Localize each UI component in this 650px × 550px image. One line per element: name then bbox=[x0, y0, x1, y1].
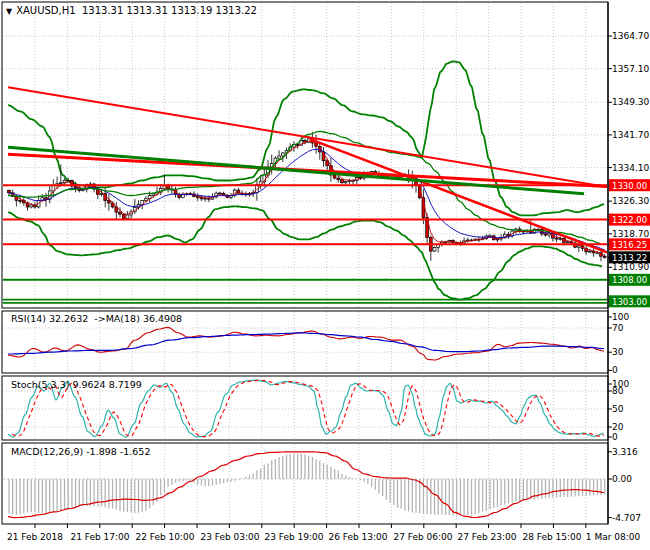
price-tick-label: 1357.10 bbox=[612, 64, 649, 74]
time-tick-label: 27 Feb 23:00 bbox=[457, 532, 516, 542]
rsi-tick-label: 30 bbox=[612, 347, 624, 357]
chart-window: 1364.701357.101349.301341.701334.101326.… bbox=[0, 0, 650, 550]
level-price-label: 1316.25 bbox=[612, 240, 647, 250]
time-axis[interactable]: 21 Feb 201821 Feb 17:0022 Feb 10:0023 Fe… bbox=[7, 524, 640, 542]
price-tick-label: 1349.30 bbox=[612, 97, 649, 107]
price-tick-label: 1334.10 bbox=[612, 163, 649, 173]
time-tick-label: 21 Feb 17:00 bbox=[70, 532, 129, 542]
price-tick-label: 1326.30 bbox=[612, 196, 649, 206]
level-price-label: 1322.00 bbox=[612, 215, 647, 225]
rsi-tick-label: 70 bbox=[612, 323, 624, 333]
time-tick-label: 23 Feb 03:00 bbox=[200, 532, 259, 542]
stoch-tick-label: 80 bbox=[612, 386, 624, 396]
price-axis[interactable]: 1364.701357.101349.301341.701334.101326.… bbox=[608, 2, 650, 524]
level-price-label: 1308.00 bbox=[612, 275, 647, 285]
price-tick-label: 1310.90 bbox=[612, 262, 649, 272]
grid-lines bbox=[2, 2, 608, 524]
time-tick-label: 27 Feb 06:00 bbox=[393, 532, 452, 542]
level-price-label: 1303.00 bbox=[612, 297, 647, 307]
price-tick-label: 1364.70 bbox=[612, 31, 649, 41]
time-tick-label: 21 Feb 2018 bbox=[7, 532, 63, 542]
price-tick-label: 1341.70 bbox=[612, 130, 649, 140]
time-tick-label: 23 Feb 19:00 bbox=[264, 532, 323, 542]
macd-tick-label: 3.316 bbox=[612, 447, 638, 457]
rsi-tick-label: 0 bbox=[612, 365, 618, 375]
macd-tick-label: 0.00 bbox=[612, 474, 632, 484]
time-tick-label: 26 Feb 13:00 bbox=[328, 532, 387, 542]
stoch-tick-label: 50 bbox=[612, 404, 624, 414]
time-tick-label: 1 Mar 08:00 bbox=[586, 532, 641, 542]
price-tick-label: 1318.70 bbox=[612, 229, 649, 239]
macd-tick-label: -4.707 bbox=[612, 513, 641, 523]
time-tick-label: 28 Feb 15:00 bbox=[522, 532, 581, 542]
time-tick-label: 22 Feb 10:00 bbox=[135, 532, 194, 542]
stoch-tick-label: 20 bbox=[612, 422, 624, 432]
level-price-label: 1330.00 bbox=[612, 181, 647, 191]
chart-canvas[interactable]: 1364.701357.101349.301341.701334.101326.… bbox=[0, 0, 650, 550]
rsi-tick-label: 100 bbox=[612, 312, 629, 322]
stoch-tick-label: 0 bbox=[612, 432, 618, 442]
level-price-label: 1313.22 bbox=[612, 253, 647, 263]
